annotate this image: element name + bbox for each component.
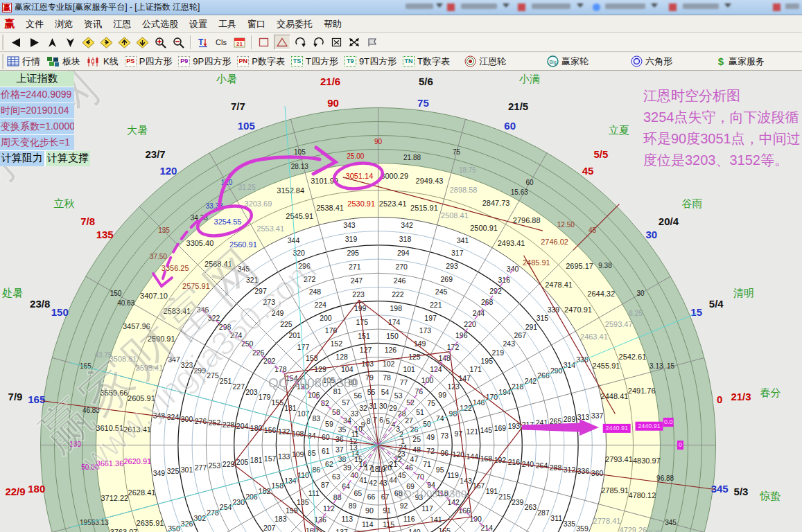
view-button-赢家服务[interactable]: $赢家服务 (716, 54, 765, 69)
wheel-number: 44 (389, 476, 397, 484)
sector-date-label: 5/4 (709, 298, 724, 310)
wheel-number: 150 (386, 332, 399, 340)
rotate-cw-icon[interactable] (292, 35, 308, 50)
nav-down-icon[interactable] (62, 35, 78, 50)
annotation-line: 环是90度3051点，中间过 (643, 128, 801, 150)
percent-label: 53.13 (91, 519, 109, 526)
wheel-number: 271 (349, 263, 361, 271)
wheel-number: 350 (168, 524, 180, 532)
blurred-background-tab (785, 3, 799, 9)
menu-item-文件[interactable]: 文件 (20, 17, 49, 31)
9T四方形-icon: T9 (345, 56, 356, 66)
percent-label: 31.25 (238, 184, 256, 191)
price-label-outer: 4729.26 (620, 526, 647, 532)
wheel-number: 102 (383, 360, 395, 368)
menu-item-帮助[interactable]: 帮助 (318, 17, 347, 31)
nav-up-icon[interactable] (44, 35, 60, 50)
zoom-in-icon[interactable] (152, 35, 168, 50)
view-button-板块[interactable]: 板块 (46, 54, 80, 69)
quote-grid-icon (7, 56, 19, 66)
calc-resistance-button[interactable]: 计算阻力 (0, 151, 46, 166)
wheel-number: 270 (395, 263, 408, 271)
diamond-up-icon[interactable] (116, 35, 132, 50)
wheel-number: 203 (245, 388, 258, 396)
view-button-P数字表[interactable]: PNP数字表 (237, 54, 285, 69)
menu-item-窗口[interactable]: 窗口 (242, 17, 271, 31)
wheel-number: 295 (347, 249, 359, 257)
winner-wheel-icon: Big (547, 55, 559, 67)
percent-label: 3.13 (650, 362, 663, 370)
nav-right-icon[interactable] (26, 35, 42, 50)
T四方形-icon: TS (291, 56, 303, 66)
price-label-outer: 3712.22 (101, 494, 128, 502)
wheel-number: 343 (343, 221, 356, 229)
triangle-tool-icon[interactable] (274, 35, 290, 50)
price-label-inner: 2478.41 (545, 281, 573, 289)
cls-button[interactable]: Cls (213, 35, 229, 50)
view-button-T四方形[interactable]: TST四方形 (291, 54, 338, 69)
sector-angle-label: 135 (96, 229, 114, 240)
calendar-icon[interactable]: 21 (231, 35, 247, 50)
rect-tool-icon[interactable] (256, 35, 272, 50)
menu-item-工具[interactable]: 工具 (213, 17, 242, 31)
zoom-out-icon[interactable] (170, 35, 186, 50)
price-label-inner: 2508.41 (441, 211, 469, 220)
wheel-number: 349 (153, 469, 166, 477)
price-label-outer: 2695.17 (566, 262, 593, 270)
view-button-行情[interactable]: 行情 (7, 54, 40, 69)
view-button-K线[interactable]: K线 (87, 54, 119, 69)
rotate-ccw-icon[interactable] (310, 35, 326, 50)
diamond-right-icon[interactable] (98, 35, 114, 50)
view-button-江恩轮[interactable]: 江恩轮 (464, 54, 506, 69)
wheel-number: 201 (288, 331, 301, 339)
price-label-inner: 2793.41 (605, 455, 633, 463)
degree-label: 150 (110, 290, 122, 297)
wheel-number: 293 (446, 262, 458, 270)
app-icon: 赢 (2, 3, 12, 12)
diamond-down-icon[interactable] (134, 35, 150, 50)
sort-icon[interactable]: T (195, 35, 211, 50)
view-button-9T四方形[interactable]: T99T四方形 (345, 54, 396, 69)
wheel-number: 318 (399, 235, 412, 243)
wheel-number: 200 (320, 314, 332, 322)
wheel-number: 183 (274, 515, 287, 523)
view-button-赢家轮[interactable]: Big赢家轮 (547, 54, 589, 69)
gann-wheel-chart-pane[interactable]: 1234567891011121314151617181920212223242… (0, 71, 802, 532)
menu-item-公式选股[interactable]: 公式选股 (137, 17, 184, 31)
view-button-T数字表[interactable]: TNT数字表 (403, 54, 450, 69)
blurred-background-tab (651, 3, 658, 8)
current-price-highlight-text: 2440.91 (605, 425, 628, 432)
view-button-六角形[interactable]: 六角形 (631, 54, 672, 69)
sector-date-label: 23/7 (145, 148, 165, 160)
percent-label: 18.75 (459, 166, 476, 174)
sector-date-label: 5/5 (593, 148, 608, 160)
blurred-background-tab (503, 3, 509, 8)
view-button-9P四方形[interactable]: P99P四方形 (178, 54, 231, 69)
nav-left-icon[interactable] (8, 35, 24, 50)
wheel-number: 287 (537, 508, 550, 517)
wheel-number: 153 (306, 354, 318, 362)
wheel-number: 313 (577, 413, 590, 421)
window-title: 赢家江恩专业版[赢家服务平台] - [上证指数 江恩轮] (15, 1, 200, 13)
degree-label: 30 (636, 290, 645, 297)
diamond-left-icon[interactable] (80, 35, 96, 50)
wheel-number: 179 (259, 393, 271, 401)
menu-item-浏览[interactable]: 浏览 (49, 17, 78, 31)
wheel-number: 152 (331, 339, 343, 348)
menu-item-资讯[interactable]: 资讯 (78, 17, 107, 31)
degree-label: 90 (374, 138, 383, 145)
menu-item-设置[interactable]: 设置 (184, 17, 213, 31)
wheel-number: 341 (457, 236, 469, 245)
sector-angle-label: 30 (645, 229, 657, 240)
menu-item-交易委托[interactable]: 交易委托 (271, 17, 318, 31)
calc-support-button[interactable]: 计算支撑 (46, 151, 90, 166)
wheel-number: 181 (250, 456, 263, 464)
wheel-number: 197 (424, 314, 437, 322)
scale-icon[interactable] (346, 35, 363, 50)
instrument-name: 上证指数 (0, 71, 74, 87)
flag-icon[interactable] (364, 35, 381, 50)
view-button-P四方形[interactable]: PSP四方形 (125, 54, 173, 69)
wheel-number: 227 (233, 382, 245, 391)
menu-item-江恩[interactable]: 江恩 (107, 17, 137, 31)
boxed-x-icon[interactable] (328, 35, 345, 50)
